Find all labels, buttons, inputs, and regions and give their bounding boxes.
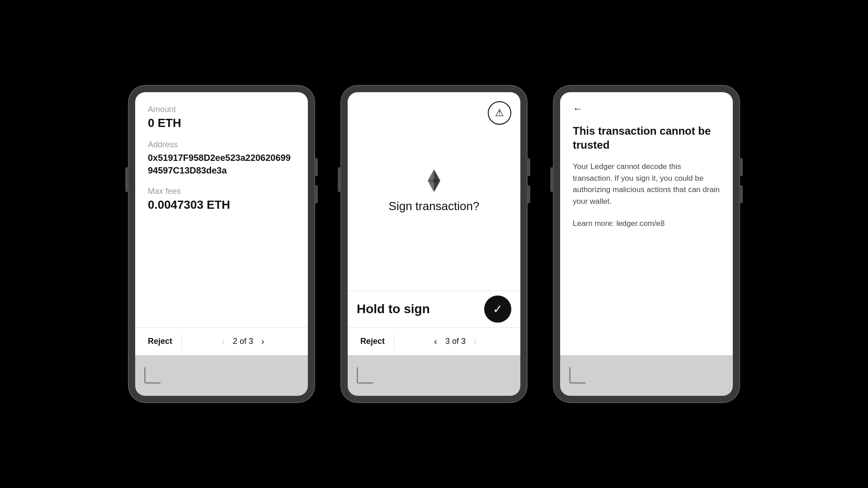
next-arrow-2[interactable]: ›: [470, 334, 481, 348]
check-circle-button[interactable]: ✓: [484, 296, 511, 323]
reject-button-2[interactable]: Reject: [355, 333, 390, 350]
amount-value: 0 ETH: [148, 116, 295, 130]
device-1-screen: Amount 0 ETH Address 0x51917F958D2ee523a…: [135, 92, 308, 355]
device-2-bottom-row: Hold to sign ✓: [348, 291, 520, 327]
prev-arrow-2[interactable]: ‹: [430, 334, 441, 348]
nav-area-2: ‹ 3 of 3 ›: [398, 334, 513, 348]
check-icon: ✓: [493, 302, 503, 316]
device-2-footer: Reject ‹ 3 of 3 ›: [348, 327, 520, 355]
next-arrow-1[interactable]: ›: [258, 334, 268, 348]
device-1-footer: Reject ‹ 2 of 3 ›: [135, 327, 308, 355]
warning-icon: ⚠: [495, 107, 504, 119]
ethereum-logo: [423, 169, 445, 192]
device-1-content: Amount 0 ETH Address 0x51917F958D2ee523a…: [135, 92, 308, 327]
warning-circle: ⚠: [488, 101, 511, 125]
device-3-bottom: [560, 355, 733, 396]
fees-value: 0.0047303 ETH: [148, 198, 295, 212]
sign-transaction-text: Sign transaction?: [389, 199, 480, 213]
warning-title: This transaction cannot be trusted: [573, 124, 720, 152]
device-3: ← This transaction cannot be trusted You…: [554, 86, 739, 402]
corner-bracket-icon-3: [569, 367, 585, 384]
left-button-2[interactable]: [338, 167, 341, 192]
prev-arrow-1[interactable]: ‹: [218, 334, 228, 348]
device-2-screen: ⚠ Sign transaction? Hold to sign ✓: [348, 92, 520, 355]
device-2-bottom: [348, 355, 520, 396]
device-3-content: ← This transaction cannot be trusted You…: [560, 92, 733, 355]
page-indicator-1: 2 of 3: [233, 337, 253, 346]
amount-label: Amount: [148, 105, 295, 114]
corner-bracket-icon-2: [357, 367, 373, 384]
footer-divider-2: [394, 333, 394, 350]
device-1-bottom: [135, 355, 308, 396]
corner-bracket-icon-1: [144, 367, 160, 384]
left-button-3[interactable]: [550, 167, 554, 192]
learn-more-link: Learn more: ledger.com/e8: [573, 218, 720, 230]
device-2: ⚠ Sign transaction? Hold to sign ✓: [341, 86, 527, 402]
device-1: Amount 0 ETH Address 0x51917F958D2ee523a…: [129, 86, 314, 402]
back-arrow[interactable]: ←: [573, 103, 720, 115]
footer-divider-1: [181, 333, 182, 350]
address-label: Address: [148, 140, 295, 150]
device-2-content: ⚠ Sign transaction? Hold to sign ✓: [348, 92, 520, 327]
address-value: 0x51917F958D2ee523a22062069994597C13D83d…: [148, 151, 295, 177]
warning-body: Your Ledger cannot decode this transacti…: [573, 161, 720, 207]
hold-to-sign-text: Hold to sign: [357, 302, 430, 316]
device-3-screen: ← This transaction cannot be trusted You…: [560, 92, 733, 355]
left-button[interactable]: [125, 167, 129, 192]
fees-label: Max fees: [148, 187, 295, 196]
device-2-top: ⚠ Sign transaction?: [348, 92, 520, 291]
reject-button-1[interactable]: Reject: [142, 333, 178, 350]
nav-area-1: ‹ 2 of 3 ›: [185, 334, 301, 348]
page-indicator-2: 3 of 3: [445, 337, 466, 346]
